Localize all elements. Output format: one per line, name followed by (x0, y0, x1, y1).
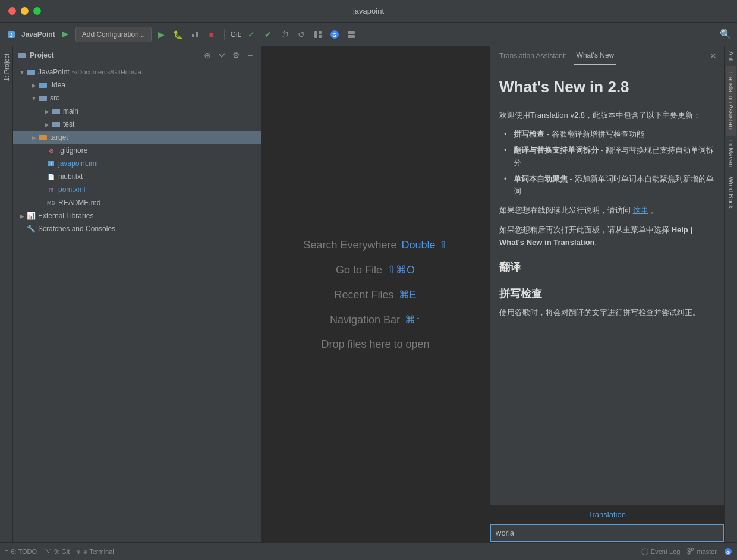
event-log-item[interactable]: ◯ Event Log (641, 548, 681, 555)
file-tree: ▼ JavaPoint ~/Documents/GitHub/Ja... ▶ .… (13, 64, 261, 542)
toolbar-right: 🔍 (719, 28, 732, 41)
google-translate-icon[interactable]: G (328, 28, 341, 41)
svg-rect-6 (319, 31, 322, 34)
collapse-all-icon[interactable] (216, 49, 228, 61)
nav-bar-shortcut: Navigation Bar ⌘↑ (330, 313, 421, 326)
terminal-item[interactable]: ⎈ ⎈ Terminal (77, 548, 114, 555)
close-button[interactable] (8, 7, 16, 15)
settings-icon[interactable]: ⚙ (230, 49, 242, 61)
svg-rect-3 (192, 34, 194, 37)
tree-scratches[interactable]: 🔧 Scratches and Consoles (13, 222, 261, 235)
statusbar-right: ◯ Event Log master G (641, 548, 732, 556)
whats-new-title: What's New in 2.8 (499, 75, 714, 100)
idea-label: .idea (50, 81, 65, 89)
nav-key: ⌘↑ (405, 313, 421, 326)
section-translate: 翻译 (499, 259, 714, 276)
tree-test[interactable]: ▶ test (13, 118, 261, 131)
maven-tab[interactable]: m Maven (726, 136, 736, 172)
tree-target[interactable]: ▶ target (13, 131, 261, 144)
layout-icon[interactable] (311, 28, 325, 41)
svg-text:G: G (333, 32, 337, 38)
goto-file-shortcut: Go to File ⇧⌘O (336, 263, 415, 276)
svg-text:G: G (726, 550, 730, 555)
reopen-text: 如果您想稍后再次打开此面板，请从主菜单中选择 Help | What's New… (499, 224, 714, 249)
ant-tab[interactable]: Ant (726, 46, 736, 66)
terminal-icon: ⎈ (77, 548, 81, 555)
src-folder-icon (38, 94, 48, 102)
tree-root[interactable]: ▼ JavaPoint ~/Documents/GitHub/Ja... (13, 65, 261, 78)
tree-iml[interactable]: i javapoint.iml (13, 157, 261, 170)
svg-point-27 (688, 552, 690, 554)
scratch-label: Scratches and Consoles (38, 225, 115, 233)
pom-label: pom.xml (58, 185, 85, 194)
split-view-icon[interactable] (345, 28, 358, 41)
project-icon: J (5, 28, 18, 41)
git-tick-icon[interactable]: ✔ (262, 28, 275, 41)
right-panel-header: Translation Assistant: What's New ✕ (490, 46, 724, 65)
main-layout: 1: Project Project ⊕ ⚙ − ▼ JavaPoint (0, 46, 737, 542)
add-configuration-button[interactable]: Add Configuration... (75, 27, 152, 42)
panel-header-icons: ⊕ ⚙ − (201, 49, 256, 61)
left-tab-project[interactable]: 1: Project (0, 46, 13, 542)
maximize-button[interactable] (33, 7, 41, 15)
minimize-button[interactable] (21, 7, 29, 15)
event-log-label: Event Log (651, 548, 681, 555)
svg-rect-21 (52, 122, 60, 127)
features-list: 拼写检查 - 谷歌翻译新增拼写检查功能 翻译与替换支持单词拆分 - 翻译与替换现… (499, 128, 714, 197)
tree-src[interactable]: ▼ src (13, 92, 261, 105)
feature-2: 翻译与替换支持单词拆分 - 翻译与替换现已支持自动单词拆分 (504, 144, 714, 169)
tree-idea[interactable]: ▶ .idea (13, 78, 261, 92)
translation-assistant-tab[interactable]: Translation Assistant (726, 66, 736, 136)
main-folder-icon (51, 107, 61, 115)
intro-text: 欢迎使用Translation v2.8，此版本中包含了以下主要更新： (499, 109, 714, 122)
git-history-icon[interactable]: ⏱ (278, 28, 291, 41)
read-online-text: 如果您想在线阅读此发行说明，请访问 (499, 206, 631, 215)
tree-pom[interactable]: m pom.xml (13, 183, 261, 196)
tree-external[interactable]: ▶ 📊 External Libraries (13, 209, 261, 222)
add-folder-icon[interactable]: ⊕ (201, 49, 213, 61)
tab-translation-assistant[interactable]: Translation Assistant: (497, 46, 569, 65)
spell-check-desc: 使用谷歌时，将会对翻译的文字进行拼写检查并尝试纠正。 (499, 307, 714, 319)
search-everywhere-shortcut: Search Everywhere Double ⇧ (303, 238, 447, 251)
todo-item[interactable]: ≡ 6: TODO (5, 548, 37, 555)
recent-key: ⌘E (399, 288, 417, 301)
section-spell-check: 拼写检查 (499, 285, 714, 303)
git-check-icon[interactable]: ✓ (245, 28, 258, 41)
test-folder-icon (51, 120, 61, 128)
translation-input[interactable] (490, 524, 724, 542)
svg-line-14 (219, 54, 222, 57)
idea-arrow: ▶ (30, 81, 38, 89)
close-panel-button[interactable]: ✕ (710, 51, 717, 61)
search-everywhere-icon[interactable]: 🔍 (719, 28, 732, 41)
project-tab-label[interactable]: 1: Project (2, 49, 11, 86)
coverage-icon[interactable] (188, 28, 201, 41)
minimize-panel-icon[interactable]: − (244, 49, 256, 61)
toolbar-left: J JavaPoint Add Configuration... ▶ 🐛 ■ G… (5, 27, 358, 42)
git-branch-item[interactable]: master (687, 548, 717, 556)
tab-whats-new[interactable]: What's New (574, 46, 617, 65)
ext-arrow: ▶ (18, 212, 26, 220)
git-branch-label: master (697, 548, 717, 555)
run-back-icon[interactable] (59, 28, 72, 41)
read-online-link[interactable]: 这里 (633, 206, 648, 215)
svg-rect-4 (196, 32, 198, 37)
debug-icon[interactable]: 🐛 (172, 28, 185, 41)
run-icon[interactable]: ▶ (155, 28, 168, 41)
tree-gitignore[interactable]: ⚙ .gitignore (13, 144, 261, 157)
git-item[interactable]: ⌥ 9: Git (44, 548, 70, 555)
tree-readme[interactable]: MD README.md (13, 196, 261, 209)
word-book-tab[interactable]: Word Book (726, 172, 736, 213)
translation-tab-label[interactable]: Translation (490, 505, 724, 524)
tree-txt[interactable]: 📄 niubi.txt (13, 170, 261, 183)
pom-icon: m (46, 185, 56, 194)
iml-label: javapoint.iml (58, 159, 98, 168)
target-folder-icon (38, 133, 48, 141)
nav-label: Navigation Bar (330, 314, 400, 326)
tree-main[interactable]: ▶ main (13, 105, 261, 118)
git-undo-icon[interactable]: ↺ (295, 28, 308, 41)
svg-text:i: i (51, 162, 52, 166)
todo-icon: ≡ (5, 548, 8, 555)
goto-label: Go to File (336, 264, 382, 276)
idea-folder-icon (38, 81, 48, 89)
stop-icon[interactable]: ■ (205, 28, 218, 41)
